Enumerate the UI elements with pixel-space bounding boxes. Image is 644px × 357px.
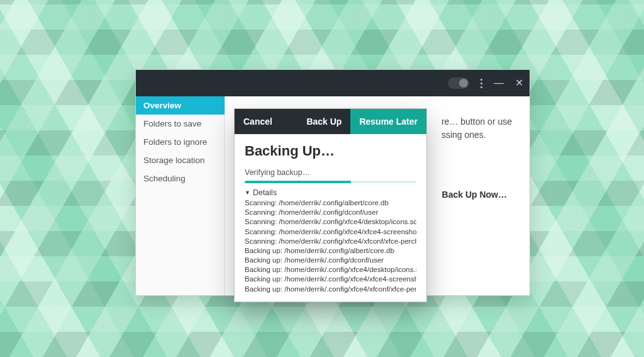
backup-progress-dialog: Cancel Back Up Resume Later Backing Up… …: [234, 108, 427, 302]
log-line: Backing up: /home/derrik/.config/xfce4/x…: [245, 285, 416, 294]
sidebar: Overview Folders to save Folders to igno…: [136, 96, 225, 295]
log-line: Backing up: /home/derrik/.config/albert/…: [245, 246, 416, 256]
progress-bar: [245, 181, 416, 183]
backup-title-label: Back Up: [297, 116, 350, 127]
log-line: Backing up: /home/derrik/.config/xfce4/x…: [245, 275, 416, 284]
chevron-down-icon: ▼: [245, 190, 250, 196]
window-titlebar: — ✕: [136, 70, 530, 96]
status-text: Verifying backup…: [245, 168, 416, 177]
close-button[interactable]: ✕: [515, 78, 523, 88]
log-line: Backing up: /home/derrik/.config/xfce4/d…: [245, 265, 416, 275]
hint-text: re… button or use ssing ones.: [441, 115, 512, 142]
log-line: Scanning: /home/derrik/.config/xfce4/xfc…: [245, 227, 416, 237]
log-line: Scanning: /home/derrik/.config/albert/co…: [245, 198, 416, 208]
cancel-button[interactable]: Cancel: [235, 116, 281, 127]
sidebar-item-overview[interactable]: Overview: [136, 96, 225, 115]
sidebar-item-folders-ignore[interactable]: Folders to ignore: [136, 133, 225, 151]
log-line: Backing up: /home/derrik/.config/dconf/u…: [245, 256, 416, 265]
log-line: Scanning: /home/derrik/.config/xfce4/des…: [245, 217, 416, 227]
log-line: Scanning: /home/derrik/.config/dconf/use…: [245, 208, 416, 217]
sidebar-item-scheduling[interactable]: Scheduling: [136, 169, 225, 188]
backup-now-button[interactable]: Back Up Now…: [442, 190, 507, 200]
dialog-headerbar: Cancel Back Up Resume Later: [235, 109, 426, 134]
hint-line1: re… button or use: [441, 116, 512, 127]
dialog-body: Backing Up… Verifying backup… ▼ Details …: [235, 134, 426, 302]
sidebar-item-folders-save[interactable]: Folders to save: [136, 115, 225, 133]
minimize-button[interactable]: —: [494, 78, 504, 88]
log-output: Scanning: /home/derrik/.config/albert/co…: [245, 198, 416, 294]
sidebar-item-storage-location[interactable]: Storage location: [136, 151, 225, 169]
details-expander[interactable]: ▼ Details: [245, 188, 416, 197]
schedule-toggle[interactable]: [448, 77, 469, 89]
details-label: Details: [253, 188, 277, 197]
resume-later-button[interactable]: Resume Later: [350, 109, 426, 134]
hint-line2: ssing ones.: [441, 130, 486, 140]
menu-icon[interactable]: [480, 79, 482, 88]
dialog-title: Backing Up…: [245, 143, 416, 159]
log-line: Scanning: /home/derrik/.config/xfce4/xfc…: [245, 237, 416, 246]
